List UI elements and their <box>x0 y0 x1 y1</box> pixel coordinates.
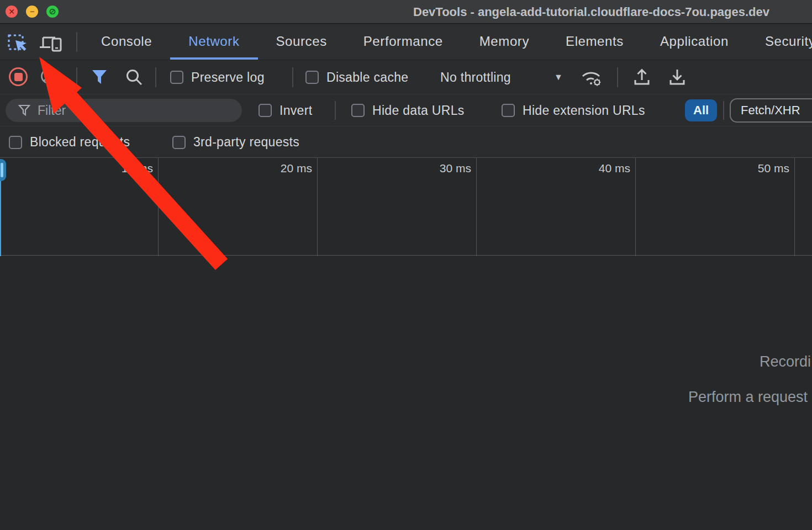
zoom-window-button[interactable]: ⊘ <box>46 6 59 18</box>
inspect-cursor-icon <box>7 32 29 53</box>
filter-input-container <box>6 99 242 122</box>
clear-icon <box>40 67 57 85</box>
network-toolbar: Preserve log Disable cache No throttling… <box>0 60 812 94</box>
record-network-log-button[interactable] <box>9 67 28 86</box>
toolbar-separator <box>617 67 618 87</box>
search-button[interactable] <box>125 68 144 87</box>
third-party-requests-checkbox[interactable] <box>172 136 186 149</box>
third-party-requests-label: 3rd-party requests <box>193 135 299 150</box>
devtools-tabbar: Console Network Sources Performance Memo… <box>0 24 812 60</box>
preserve-log-checkbox[interactable] <box>170 71 183 84</box>
throttling-value: No throttling <box>440 70 511 85</box>
toggle-device-toolbar-button[interactable] <box>39 32 63 53</box>
waterfall-marker-inner <box>1 163 3 177</box>
blocked-requests-label: Blocked requests <box>30 135 130 150</box>
tab-list: Console Network Sources Performance Memo… <box>83 24 812 60</box>
filter-toggle-button[interactable] <box>91 68 108 86</box>
network-conditions-button[interactable] <box>579 68 604 87</box>
device-toolbar-icon <box>39 32 63 53</box>
timeline-tick-label: 30 ms <box>318 162 477 175</box>
request-type-fetch-xhr-button[interactable]: Fetch/XHR <box>730 98 812 123</box>
download-icon <box>667 68 687 87</box>
toolbar-separator <box>155 67 156 87</box>
network-overview-timeline[interactable]: 10 ms 20 ms 30 ms 40 ms 50 ms <box>0 157 812 256</box>
preserve-log-label: Preserve log <box>191 70 265 85</box>
throttling-select[interactable]: No throttling <box>440 60 511 94</box>
window-titlebar: ✕ − ⊘ DevTools - angela-add-tutorial.clo… <box>0 0 812 24</box>
tab-security[interactable]: Security <box>747 24 812 60</box>
tab-console[interactable]: Console <box>83 24 170 60</box>
minimize-window-button[interactable]: − <box>26 6 38 18</box>
disable-cache-checkbox[interactable] <box>305 71 319 84</box>
invert-checkbox[interactable] <box>259 104 272 117</box>
close-window-button[interactable]: ✕ <box>6 6 18 18</box>
stop-record-icon <box>14 73 23 81</box>
hide-extension-urls-checkbox[interactable] <box>502 104 515 117</box>
export-har-button[interactable] <box>667 68 687 87</box>
toolbar-separator <box>292 67 293 87</box>
network-filter-bar: Invert Hide data URLs Hide extension URL… <box>0 94 812 126</box>
tab-application[interactable]: Application <box>642 24 747 60</box>
toolbar-separator <box>76 67 77 87</box>
chevron-down-icon: ▼ <box>554 60 563 94</box>
window-title: DevTools - angela-add-tutorial.cloudflar… <box>413 0 769 24</box>
hide-data-urls-checkbox[interactable] <box>351 104 365 117</box>
toolbar-separator <box>76 32 77 52</box>
timeline-tick-label: 10 ms <box>0 162 159 175</box>
disable-cache-label: Disable cache <box>326 70 408 85</box>
tab-elements[interactable]: Elements <box>547 24 642 60</box>
request-type-all-button[interactable]: All <box>685 99 717 121</box>
timeline-tick-label: 50 ms <box>636 162 795 175</box>
tab-network[interactable]: Network <box>170 24 257 60</box>
funnel-icon <box>18 104 31 117</box>
timeline-tick-label: 20 ms <box>159 162 318 175</box>
import-har-button[interactable] <box>632 68 652 87</box>
clear-network-log-button[interactable] <box>40 67 57 85</box>
tab-sources[interactable]: Sources <box>258 24 345 60</box>
request-options-bar: Blocked requests 3rd-party requests <box>0 126 812 157</box>
search-icon <box>125 68 144 87</box>
filter-input[interactable] <box>38 103 220 118</box>
invert-label: Invert <box>280 103 312 118</box>
wifi-gear-icon <box>579 68 604 87</box>
waterfall-marker[interactable] <box>0 159 6 181</box>
upload-icon <box>632 68 652 87</box>
tab-memory[interactable]: Memory <box>461 24 547 60</box>
tab-performance[interactable]: Performance <box>345 24 461 60</box>
toolbar-separator <box>335 101 336 120</box>
recording-status-text: Recordi <box>760 353 811 370</box>
hide-extension-urls-label: Hide extension URLs <box>523 103 645 118</box>
inspect-element-button[interactable] <box>6 32 30 53</box>
toolbar-separator <box>723 101 724 120</box>
hide-data-urls-label: Hide data URLs <box>372 103 465 118</box>
blocked-requests-checkbox[interactable] <box>9 136 22 149</box>
filter-funnel-icon <box>91 68 108 86</box>
timeline-tick-label: 40 ms <box>477 162 636 175</box>
perform-request-hint-text: Perform a request <box>688 389 808 406</box>
